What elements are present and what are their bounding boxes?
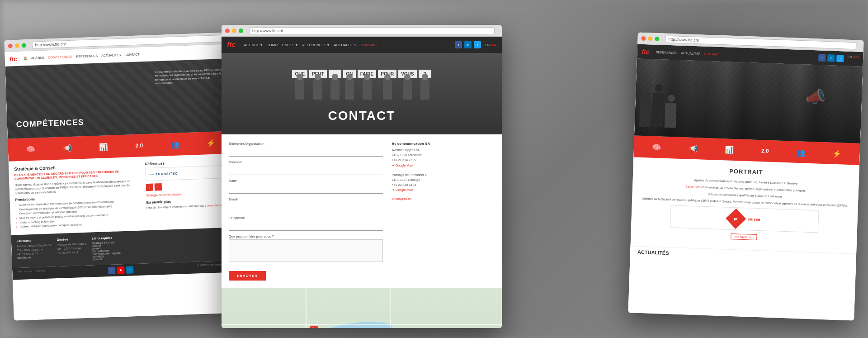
en-savoir-plus-button[interactable]: › En savoir plus xyxy=(731,233,757,240)
form-input-nom[interactable] xyxy=(229,185,383,194)
left-nav-contact[interactable]: CONTACT xyxy=(124,52,140,56)
center-fb-icon[interactable]: f xyxy=(455,41,462,48)
close-button-center[interactable] xyxy=(225,29,230,33)
form-input-prenom[interactable] xyxy=(229,166,383,175)
right-nav-actualites[interactable]: ACTUALITÉS xyxy=(681,51,700,55)
left-nav-agence[interactable]: AGENCE xyxy=(31,56,45,60)
right-nav-references[interactable]: RÉFÉRENCES xyxy=(656,50,677,54)
pr-suisse-text-area: suisse xyxy=(748,217,760,222)
form-input-entreprise[interactable] xyxy=(229,148,383,157)
left-hero-title: COMPÉTENCES xyxy=(16,118,84,129)
lang-switch[interactable]: EN | FR xyxy=(485,43,496,47)
center-li-icon[interactable]: in xyxy=(464,41,472,48)
right-brain-icon[interactable]: 🧠 xyxy=(652,143,661,152)
strategy-link[interactable]: Stratégie de communication xyxy=(146,191,231,197)
left-sidebar: Références — TRANSITEC ‹ › Stratégie de … xyxy=(145,159,231,225)
right-hero-people xyxy=(639,93,677,128)
maximize-button-left[interactable] xyxy=(22,43,26,48)
footer-credits[interactable]: Crédits xyxy=(36,269,45,272)
info-geneve-address: Passage de l'Intendant 6 xyxy=(392,172,495,177)
minimize-button-center[interactable] xyxy=(232,29,236,33)
pr-suisse-text: suisse xyxy=(748,217,760,222)
info-email[interactable]: ✉ info@ftc.ch xyxy=(392,197,495,201)
info-company-name: ftc communication SA xyxy=(392,142,495,146)
right-people-icon[interactable]: 👥 xyxy=(796,148,806,157)
maximize-button-center[interactable] xyxy=(239,29,243,33)
left-hero: De manière ponctuelle ou au long cours, … xyxy=(5,58,233,138)
right-megaphone-icon[interactable]: 📢 xyxy=(689,144,698,153)
sign-dash: - xyxy=(329,70,341,100)
people-icon[interactable]: 👥 xyxy=(170,140,179,149)
chart-icon[interactable]: 📊 xyxy=(99,143,108,152)
pr-diamond-text: pr xyxy=(734,217,738,221)
transitec-name: TRANSITEC xyxy=(156,172,178,176)
info-lausanne-map[interactable]: ✦ Google Map xyxy=(392,163,495,168)
form-submit-button[interactable]: ENVOYER xyxy=(229,271,266,281)
center-tw-icon[interactable]: t xyxy=(474,41,481,48)
center-site-content: ftc AGENCE ▾ COMPÉTENCES ▾ RÉFÉRENCES ▾ … xyxy=(222,37,502,328)
center-nav-agence[interactable]: AGENCE ▾ xyxy=(244,43,262,47)
close-button-left[interactable] xyxy=(8,43,13,48)
person-3 xyxy=(330,79,340,100)
sign-question: ? xyxy=(419,70,431,100)
right-li-icon[interactable]: in xyxy=(827,54,835,62)
footer-link-contact[interactable]: Contact xyxy=(93,257,121,261)
right-lang-fr[interactable]: FR xyxy=(854,55,859,58)
right-digital-icon[interactable]: 2.0 xyxy=(761,148,769,154)
right-chart-icon[interactable]: 📊 xyxy=(725,145,734,154)
left-nav-actualites[interactable]: ACTUALITÉS xyxy=(101,53,121,57)
right-fb-icon[interactable]: f xyxy=(818,54,826,62)
center-url-bar[interactable]: http://www.ftc.ch/ xyxy=(249,27,495,34)
left-nav-competences[interactable]: COMPÉTENCES xyxy=(48,55,72,59)
center-nav-references[interactable]: RÉFÉRENCES ▾ xyxy=(302,43,330,47)
map-road-3 xyxy=(222,324,502,325)
close-button-right[interactable] xyxy=(641,36,646,40)
center-url-text: http://www.ftc.ch/ xyxy=(252,29,283,33)
center-nav-competences[interactable]: COMPÉTENCES ▾ xyxy=(267,43,297,47)
form-field-entreprise: Entreprise/Organisation xyxy=(229,142,383,157)
center-nav-contact[interactable]: CONTACT xyxy=(361,43,378,47)
megaphone-icon[interactable]: 📢 xyxy=(62,143,72,152)
lang-en[interactable]: EN xyxy=(485,43,490,47)
form-label-nom: Nom* xyxy=(229,179,383,183)
next-arrow[interactable]: › xyxy=(154,183,162,191)
lang-fr[interactable]: FR xyxy=(492,43,496,47)
right-logo[interactable]: ftc xyxy=(642,48,650,56)
info-geneve-map[interactable]: ✦ Google Map xyxy=(392,187,495,192)
minimize-button-right[interactable] xyxy=(648,36,652,41)
map-background: ftc ftc xyxy=(222,288,502,328)
form-label-telephone: Téléphone xyxy=(229,216,383,220)
footer-plan[interactable]: Plan du site xyxy=(18,270,32,273)
digital-icon[interactable]: 2.0 xyxy=(135,142,143,149)
minimize-button-left[interactable] xyxy=(15,43,19,48)
form-input-telephone[interactable] xyxy=(229,222,383,231)
right-url-text: http://www.ftc.ch/ xyxy=(668,37,699,42)
center-nav-actualites[interactable]: ACTUALITÉS xyxy=(334,43,356,47)
info-lausanne: Avenue Dapples 54 CH – 1006 Lausanne +41… xyxy=(392,148,495,168)
right-lightning-icon[interactable]: ⚡ xyxy=(832,149,842,158)
left-nav-home[interactable]: 🏠 xyxy=(24,57,28,60)
form-textarea-message[interactable] xyxy=(229,239,383,262)
contact-page-title: CONTACT xyxy=(328,109,396,123)
right-nav-contact[interactable]: CONTACT xyxy=(704,52,719,56)
footer-geneve-title: Genève xyxy=(57,237,86,241)
savoir-faire-link[interactable]: Savoir-faire xyxy=(685,185,700,188)
footer-fb-icon[interactable]: f xyxy=(108,267,116,274)
left-nav-references[interactable]: RÉFÉRENCES xyxy=(76,54,98,58)
prev-arrow[interactable]: ‹ xyxy=(146,184,153,191)
right-tw-icon[interactable]: t xyxy=(836,55,844,62)
right-lang-en[interactable]: EN xyxy=(847,55,852,58)
form-field-nom: Nom* xyxy=(229,179,383,194)
person-8 xyxy=(420,79,429,100)
footer-lausanne-address: Avenue Edouard Dapples 54CH – 1006 Lausa… xyxy=(17,243,52,257)
maximize-button-right[interactable] xyxy=(655,36,659,41)
center-logo[interactable]: ftc xyxy=(227,41,236,49)
footer-li-icon[interactable]: in xyxy=(126,266,134,274)
lightning-icon[interactable]: ⚡ xyxy=(207,138,216,148)
footer-yt-icon[interactable]: ▶ xyxy=(117,267,125,274)
left-logo[interactable]: ftc xyxy=(9,55,17,62)
form-input-email[interactable] xyxy=(229,203,383,212)
info-lausanne-address: Avenue Dapples 54 xyxy=(392,148,495,152)
brain-icon[interactable]: 🧠 xyxy=(26,145,36,154)
sign-que: QUE xyxy=(292,70,307,100)
